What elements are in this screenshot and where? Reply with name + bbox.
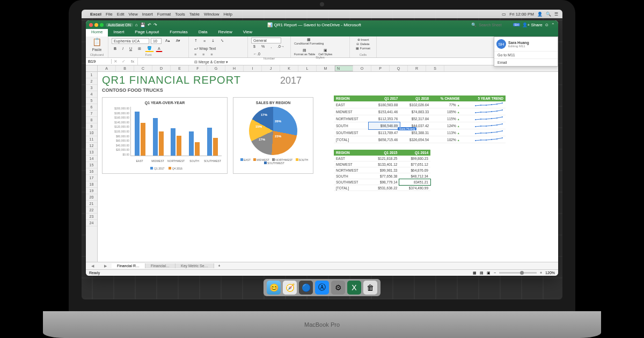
fill-color-button[interactable]: 🪣 <box>145 45 154 52</box>
align-left-icon[interactable]: ≡ <box>192 52 199 57</box>
menu-format[interactable]: Format <box>157 12 171 17</box>
row-21[interactable]: 21 <box>86 201 97 207</box>
merge-button[interactable]: ⊟ Merge & Center ▾ <box>192 59 230 65</box>
dock-dashboard-icon[interactable]: 🔵 <box>299 281 313 295</box>
row-15[interactable]: 15 <box>86 162 97 168</box>
user-badge[interactable]: SH <box>513 23 519 26</box>
tab-home[interactable]: Home <box>86 29 108 36</box>
maximize-icon[interactable] <box>100 23 104 27</box>
col-R[interactable]: R <box>408 65 426 71</box>
close-icon[interactable] <box>89 23 93 27</box>
sheet-content[interactable]: QR1 FINANCIAL REPORT 2017 CONTOSO FOOD T… <box>98 72 558 262</box>
sheet-tab-active[interactable]: Financial R… <box>112 263 145 268</box>
share-button[interactable]: 👤+ Share <box>522 23 543 27</box>
view-layout-icon[interactable]: ▤ <box>480 271 484 275</box>
table-row[interactable]: MIDWEST$153,441.46$74,883.33105% <box>334 108 506 115</box>
col-H[interactable]: H <box>225 65 244 71</box>
row-20[interactable]: 20 <box>86 194 97 201</box>
menu-icon[interactable]: ☰ <box>554 12 558 17</box>
align-top-icon[interactable]: ⤒ <box>192 38 200 44</box>
row-23[interactable]: 23 <box>86 214 97 220</box>
table-row[interactable]: SOUTHWEST$113,789.47$53,388.31113% <box>334 129 506 136</box>
format-as-table-button[interactable]: ▤Format as Table <box>294 48 315 56</box>
sheet-nav-next-icon[interactable]: ▶ <box>99 264 112 268</box>
align-right-icon[interactable]: ≡ <box>208 52 215 57</box>
menu-tools[interactable]: Tools <box>175 12 185 17</box>
row-18[interactable]: 18 <box>86 181 97 188</box>
row-11[interactable]: 11 <box>86 136 97 143</box>
cancel-icon[interactable]: ✕ <box>112 59 120 64</box>
zoom-out-icon[interactable]: − <box>494 271 496 275</box>
underline-button[interactable]: U <box>127 46 134 52</box>
menu-edit[interactable]: Edit <box>117 12 125 17</box>
dock-excel-icon[interactable]: X <box>347 281 361 295</box>
currency-icon[interactable]: $ <box>251 43 258 49</box>
delete-cells-button[interactable]: ⊖ Delete <box>356 42 369 46</box>
row-7[interactable]: 7 <box>86 111 97 117</box>
view-normal-icon[interactable]: ▦ <box>473 271 477 275</box>
wrap-text-button[interactable]: ⮐ Wrap Text <box>192 46 218 52</box>
col-B[interactable]: B <box>116 65 134 71</box>
zoom-slider[interactable] <box>499 272 537 274</box>
row-24[interactable]: 24 <box>86 220 97 226</box>
zoom-level[interactable]: 120% <box>545 271 555 275</box>
row-16[interactable]: 16 <box>86 168 97 175</box>
row-10[interactable]: 10 <box>86 130 97 136</box>
redo-icon[interactable]: ↷ <box>153 23 157 27</box>
orientation-icon[interactable]: ⤡ <box>218 38 226 44</box>
sheet-tab[interactable]: Financial… <box>145 263 175 268</box>
add-sheet-button[interactable]: + <box>214 264 225 268</box>
user-icon[interactable]: 👤 <box>537 12 543 17</box>
increase-font-icon[interactable]: A▴ <box>163 38 172 44</box>
align-center-icon[interactable]: ≡ <box>200 52 207 57</box>
row-2[interactable]: 2 <box>86 78 97 85</box>
table-row[interactable]: [TOTAL]$658,715.46$326,654.54102% <box>334 136 506 143</box>
row-4[interactable]: 4 <box>86 91 97 98</box>
col-P[interactable]: P <box>371 65 390 71</box>
zoom-in-icon[interactable]: + <box>540 271 542 275</box>
border-button[interactable]: ⊞ <box>136 46 143 52</box>
row-12[interactable]: 12 <box>86 143 97 149</box>
font-size-select[interactable]: 10 <box>151 38 162 44</box>
row-6[interactable]: 6 <box>86 104 97 111</box>
table-row[interactable]: SOUTH$98,546.89$44,037.42124% <box>334 122 506 129</box>
table-row[interactable]: SOUTHWEST$98,779.1483451.21 <box>334 179 430 185</box>
bold-button[interactable]: B <box>112 46 119 52</box>
table-row[interactable]: NORTHWEST$99,981.33$64,876.09 <box>334 167 430 173</box>
menu-view[interactable]: View <box>129 12 138 17</box>
row-19[interactable]: 19 <box>86 188 97 194</box>
col-S[interactable]: S <box>426 65 444 71</box>
tab-data[interactable]: Data <box>193 29 213 36</box>
number-format-select[interactable]: General <box>251 38 281 43</box>
align-middle-icon[interactable]: ≡ <box>201 38 208 44</box>
increase-decimal-icon[interactable]: .0→ <box>275 43 287 49</box>
table-history[interactable]: REGION Q1 2015 Q1 2014 EAST$121,818.25$9… <box>334 150 430 191</box>
menu-table[interactable]: Table <box>189 12 200 17</box>
sheet-tab[interactable]: Key Metric Se… <box>175 263 214 268</box>
conditional-formatting-button[interactable]: ▦Conditional Formatting <box>294 38 324 45</box>
col-L[interactable]: L <box>298 65 317 71</box>
row-3[interactable]: 3 <box>86 85 97 91</box>
table-row[interactable]: EAST$180,583.88$102,026.6477% <box>334 101 506 108</box>
col-E[interactable]: E <box>171 65 189 71</box>
menu-insert[interactable]: Insert <box>142 12 153 17</box>
paste-button[interactable]: 📋 <box>92 38 101 46</box>
col-N[interactable]: N <box>335 65 353 71</box>
table-row[interactable]: [TOTAL]$531,636.22$374,490.99 <box>334 185 430 191</box>
col-M[interactable]: M <box>317 65 335 71</box>
col-Q[interactable]: Q <box>390 65 408 71</box>
dock-appstore-icon[interactable]: Ⓐ <box>315 281 329 295</box>
col-O[interactable]: O <box>353 65 371 71</box>
cell-styles-button[interactable]: ▣Cell Styles <box>318 48 332 56</box>
dock-settings-icon[interactable]: ⚙ <box>331 281 345 295</box>
save-icon[interactable]: 💾 <box>140 23 145 27</box>
decrease-decimal-icon[interactable]: ←.0 <box>251 51 262 57</box>
align-bottom-icon[interactable]: ⤓ <box>209 38 217 44</box>
row-17[interactable]: 17 <box>86 175 97 181</box>
row-8[interactable]: 8 <box>86 117 97 123</box>
table-row[interactable]: MIDWEST$133,401.12$77,651.12 <box>334 161 430 167</box>
emoji-icon[interactable]: ☺ <box>545 23 549 27</box>
bar-chart[interactable]: Q1 YEAR-OVER-YEAR $200,000.00$180,000.00… <box>102 97 228 174</box>
view-break-icon[interactable]: ▣ <box>487 271 491 275</box>
col-F[interactable]: F <box>189 65 207 71</box>
